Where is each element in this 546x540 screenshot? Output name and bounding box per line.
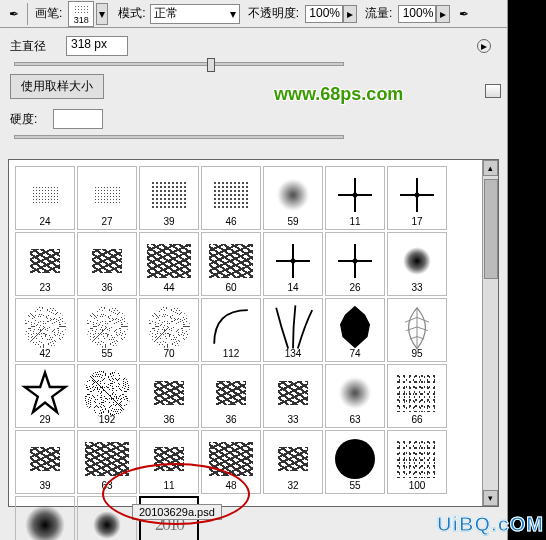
brush-dropdown-button[interactable]: ▾ (96, 3, 108, 25)
brush-size-label: 100 (409, 480, 426, 491)
brush-preset-cell[interactable]: 112 (201, 298, 261, 362)
hardness-label: 硬度: (10, 111, 37, 128)
chevron-down-icon: ▾ (99, 7, 105, 21)
opacity-label: 不透明度: (248, 5, 299, 22)
brush-size-label: 55 (101, 348, 112, 359)
brush-preset-cell[interactable]: 32 (263, 430, 323, 494)
brush-preset-cell[interactable]: 192 (77, 364, 137, 428)
brush-preset-cell[interactable]: 75 (15, 496, 75, 540)
brush-preset-cell[interactable]: 59 (263, 166, 323, 230)
brush-preset-cell[interactable]: 23 (15, 232, 75, 296)
brush-preset-cell[interactable]: 39 (139, 166, 199, 230)
brush-size-label: 48 (225, 480, 236, 491)
hardness-input[interactable] (53, 109, 103, 129)
brush-preset-cell[interactable]: 29 (15, 364, 75, 428)
brush-size-label: 24 (39, 216, 50, 227)
triangle-down-icon: ▾ (488, 493, 493, 503)
scroll-up-button[interactable]: ▴ (483, 160, 498, 176)
watermark-uibq: UiBQ.cOM (437, 513, 544, 536)
brush-preset-cell[interactable]: 33 (263, 364, 323, 428)
brush-stroke-icon (83, 372, 131, 414)
scroll-down-button[interactable]: ▾ (483, 490, 498, 506)
brush-stroke-icon (331, 306, 379, 348)
brush-preset-cell[interactable]: 100 (387, 430, 447, 494)
brush-preset-cell[interactable]: 33 (387, 232, 447, 296)
scroll-thumb[interactable] (484, 179, 498, 279)
hardness-slider[interactable] (14, 135, 344, 139)
brush-size-label: 39 (163, 216, 174, 227)
brush-stroke-icon (145, 438, 193, 480)
diameter-slider[interactable] (14, 62, 344, 66)
brush-preset-cell[interactable]: 26 (325, 232, 385, 296)
mode-value: 正常 (154, 5, 178, 22)
opacity-flyout-button[interactable]: ▸ (343, 5, 357, 23)
brush-stroke-icon (145, 174, 193, 216)
mode-select[interactable]: 正常 ▾ (150, 4, 240, 24)
brush-size-label: 33 (411, 282, 422, 293)
brush-preset-cell[interactable]: 55 (325, 430, 385, 494)
flyout-menu-button[interactable]: ▸ (477, 39, 491, 53)
brush-preset-cell[interactable]: 48 (201, 430, 261, 494)
brush-preset-cell[interactable]: 74 (325, 298, 385, 362)
brush-preset-cell[interactable]: 63 (325, 364, 385, 428)
use-sample-size-button[interactable]: 使用取样大小 (10, 74, 104, 99)
brush-preset-cell[interactable]: 45 (77, 496, 137, 540)
brush-size-label: 26 (349, 282, 360, 293)
triangle-right-icon: ▸ (440, 7, 446, 21)
brush-preset-cell[interactable]: 70 (139, 298, 199, 362)
new-preset-button[interactable] (485, 84, 501, 98)
brush-stroke-icon (331, 438, 379, 480)
brush-stroke-icon (21, 240, 69, 282)
brush-preset-cell[interactable]: 63 (77, 430, 137, 494)
diameter-label: 主直径 (10, 38, 46, 55)
brush-preset-thumb[interactable]: 318 (68, 1, 94, 27)
brush-preset-cell[interactable]: 44 (139, 232, 199, 296)
brush-stroke-icon (331, 174, 379, 216)
brush-preset-cell[interactable]: 11 (325, 166, 385, 230)
brush-preset-cell[interactable]: 42 (15, 298, 75, 362)
brush-stroke-icon (393, 174, 441, 216)
brush-stroke-icon (21, 504, 69, 540)
brush-stroke-icon (207, 240, 255, 282)
brush-size-label: 36 (163, 414, 174, 425)
brush-preset-cell[interactable]: 134 (263, 298, 323, 362)
brush-size-label: 36 (101, 282, 112, 293)
flow-input[interactable]: 100% (398, 5, 436, 23)
brush-stroke-icon (207, 438, 255, 480)
brush-stroke-icon (83, 504, 131, 540)
diameter-input[interactable]: 318 px (66, 36, 128, 56)
brush-stroke-icon (393, 438, 441, 480)
flow-flyout-button[interactable]: ▸ (436, 5, 450, 23)
brush-preset-cell[interactable]: 27 (77, 166, 137, 230)
brush-preset-cell[interactable]: 24 (15, 166, 75, 230)
brush-preset-list: 2427394659111723364460142633425570112134… (8, 159, 499, 507)
brush-stroke-icon (83, 174, 131, 216)
brush-preset-cell[interactable]: 60 (201, 232, 261, 296)
brush-thumb-size: 318 (74, 15, 89, 25)
brush-stroke-icon (207, 174, 255, 216)
brush-preset-cell[interactable]: 36 (201, 364, 261, 428)
slider-thumb[interactable] (207, 58, 215, 72)
brush-preset-cell[interactable]: 36 (77, 232, 137, 296)
brush-stroke-icon (21, 306, 69, 348)
brush-preset-cell[interactable]: 14 (263, 232, 323, 296)
document-tab[interactable]: 20103629a.psd (132, 504, 222, 520)
brush-preset-cell[interactable]: 66 (387, 364, 447, 428)
chevron-down-icon: ▾ (230, 7, 236, 21)
opacity-input[interactable]: 100% (305, 5, 343, 23)
brush-preset-cell[interactable]: 39 (15, 430, 75, 494)
brush-preset-cell[interactable]: 36 (139, 364, 199, 428)
brush-size-label: 59 (287, 216, 298, 227)
brush-preset-cell[interactable]: 95 (387, 298, 447, 362)
brush-size-label: 70 (163, 348, 174, 359)
brush-preset-cell[interactable]: 17 (387, 166, 447, 230)
brush-preset-cell[interactable]: 46 (201, 166, 261, 230)
brush-preset-cell[interactable]: 55 (77, 298, 137, 362)
triangle-up-icon: ▴ (488, 163, 493, 173)
airbrush-icon[interactable]: ✒ (454, 7, 474, 21)
brush-stroke-icon (393, 306, 441, 348)
scrollbar[interactable]: ▴ ▾ (482, 160, 498, 506)
brush-stroke-icon (269, 372, 317, 414)
brush-size-label: 27 (101, 216, 112, 227)
brush-preset-cell[interactable]: 11 (139, 430, 199, 494)
